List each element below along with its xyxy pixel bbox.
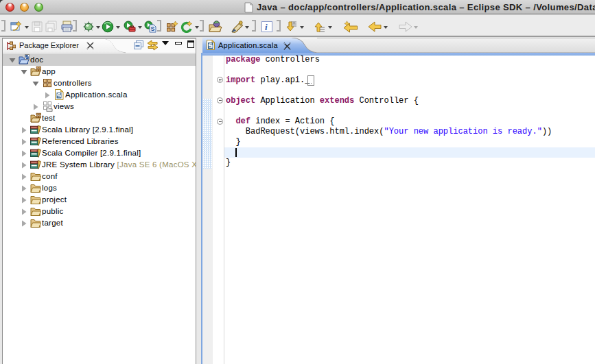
svg-text:i: i xyxy=(265,22,268,32)
svg-text:S: S xyxy=(151,25,155,32)
